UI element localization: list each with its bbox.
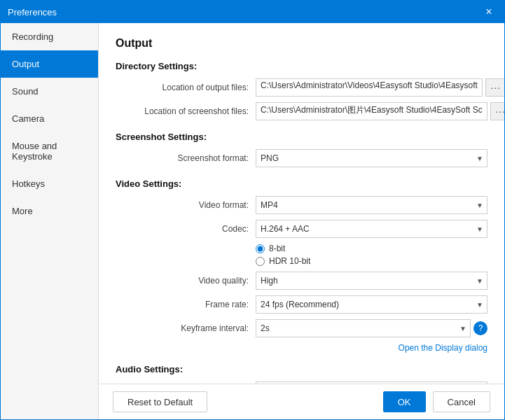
video-quality-wrapper: High Medium Low ▼ — [256, 272, 487, 290]
framerate-row: Frame rate: 24 fps (Recommend) 30 fps 60… — [116, 295, 487, 314]
keyframe-control: 2s 4s 6s ▼ ? — [256, 319, 487, 337]
video-format-row: Video format: MP4 MOV AVI MKV ▼ — [116, 196, 487, 214]
video-codec-label: Codec: — [116, 224, 256, 234]
audio-format-wrapper: MP3 AAC FLAC WAV ▼ — [256, 382, 487, 384]
footer-right: OK Cancel — [383, 391, 490, 412]
open-display-dialog-link[interactable]: Open the Display dialog — [399, 343, 487, 353]
video-format-select[interactable]: MP4 MOV AVI MKV — [256, 196, 487, 214]
sidebar-item-output[interactable]: Output — [1, 50, 98, 78]
video-format-wrapper: MP4 MOV AVI MKV ▼ — [256, 196, 487, 214]
bit-depth-radio-group: 8-bit HDR 10-bit — [256, 244, 310, 266]
output-files-control: C:\Users\Administrator\Videos\4Easysoft … — [256, 78, 504, 97]
main-area: Output Directory Settings: Location of o… — [99, 23, 504, 419]
screenshot-files-value: C:\Users\Administrator\图片\4Easysoft Stud… — [256, 102, 487, 120]
output-files-value: C:\Users\Administrator\Videos\4Easysoft … — [256, 78, 483, 97]
screenshot-files-control: C:\Users\Administrator\图片\4Easysoft Stud… — [256, 102, 504, 120]
bit-hdr-label: HDR 10-bit — [269, 256, 310, 266]
video-format-label: Video format: — [116, 200, 256, 210]
window-title: Preferences — [8, 7, 480, 18]
display-dialog-row: Open the Display dialog — [116, 343, 487, 353]
sidebar-item-recording[interactable]: Recording — [1, 23, 98, 50]
video-codec-control: H.264 + AAC H.265 + AAC ▼ — [256, 220, 487, 238]
output-files-row: Location of output files: C:\Users\Admin… — [116, 78, 487, 97]
keyframe-label: Keyframe interval: — [116, 323, 256, 333]
framerate-wrapper: 24 fps (Recommend) 30 fps 60 fps ▼ — [256, 295, 487, 314]
screenshot-format-label: Screenshot format: — [116, 153, 256, 163]
bit-hdr-option: HDR 10-bit — [256, 256, 310, 266]
keyframe-wrapper: 2s 4s 6s ▼ — [256, 319, 471, 337]
video-quality-row: Video quality: High Medium Low ▼ — [116, 272, 487, 290]
screenshot-format-wrapper: PNG JPG BMP GIF ▼ — [256, 149, 487, 167]
footer: Reset to Default OK Cancel — [99, 384, 504, 419]
sidebar: Recording Output Sound Camera Mouse and … — [1, 23, 99, 419]
video-quality-label: Video quality: — [116, 276, 256, 286]
bit-8-label: 8-bit — [269, 244, 285, 253]
video-codec-wrapper: H.264 + AAC H.265 + AAC ▼ — [256, 220, 487, 238]
close-button[interactable]: × — [480, 4, 497, 20]
video-codec-select[interactable]: H.264 + AAC H.265 + AAC — [256, 220, 487, 238]
keyframe-row: Keyframe interval: 2s 4s 6s ▼ ? — [116, 319, 487, 337]
directory-section-title: Directory Settings: — [116, 61, 487, 71]
reset-button[interactable]: Reset to Default — [113, 391, 207, 412]
output-files-dots-button[interactable]: ··· — [485, 78, 504, 97]
main-scroll-area: Output Directory Settings: Location of o… — [99, 23, 504, 384]
page-title: Output — [116, 37, 487, 50]
bit-hdr-radio[interactable] — [256, 257, 265, 266]
audio-format-control: MP3 AAC FLAC WAV ▼ — [256, 382, 487, 384]
content-area: Recording Output Sound Camera Mouse and … — [1, 23, 504, 419]
sidebar-item-sound[interactable]: Sound — [1, 78, 98, 105]
screenshot-section-title: Screenshot Settings: — [116, 132, 487, 142]
video-quality-control: High Medium Low ▼ — [256, 272, 487, 290]
screenshot-files-dots-button[interactable]: ··· — [490, 102, 504, 120]
video-codec-row: Codec: H.264 + AAC H.265 + AAC ▼ — [116, 220, 487, 238]
framerate-select[interactable]: 24 fps (Recommend) 30 fps 60 fps — [256, 295, 487, 314]
video-quality-select[interactable]: High Medium Low — [256, 272, 487, 290]
cancel-button[interactable]: Cancel — [433, 391, 490, 412]
video-section-title: Video Settings: — [116, 178, 487, 189]
screenshot-format-select[interactable]: PNG JPG BMP GIF — [256, 149, 487, 167]
screenshot-format-row: Screenshot format: PNG JPG BMP GIF ▼ — [116, 149, 487, 167]
audio-format-select[interactable]: MP3 AAC FLAC WAV — [256, 382, 487, 384]
video-format-control: MP4 MOV AVI MKV ▼ — [256, 196, 487, 214]
output-files-label: Location of output files: — [116, 83, 256, 92]
screenshot-files-label: Location of screenshot files: — [116, 106, 256, 116]
sidebar-item-camera[interactable]: Camera — [1, 105, 98, 132]
audio-section-title: Audio Settings: — [116, 364, 487, 374]
framerate-control: 24 fps (Recommend) 30 fps 60 fps ▼ — [256, 295, 487, 314]
sidebar-item-mouse-keystroke[interactable]: Mouse and Keystroke — [1, 132, 98, 170]
bit-depth-control: 8-bit HDR 10-bit — [256, 244, 487, 266]
bit-8-option: 8-bit — [256, 244, 310, 253]
sidebar-item-more[interactable]: More — [1, 197, 98, 225]
framerate-label: Frame rate: — [116, 300, 256, 309]
ok-button[interactable]: OK — [383, 391, 426, 412]
titlebar: Preferences × — [1, 1, 504, 23]
bit-8-radio[interactable] — [256, 244, 265, 253]
keyframe-help-button[interactable]: ? — [473, 321, 487, 335]
screenshot-files-row: Location of screenshot files: C:\Users\A… — [116, 102, 487, 120]
sidebar-item-hotkeys[interactable]: Hotkeys — [1, 170, 98, 197]
screenshot-format-control: PNG JPG BMP GIF ▼ — [256, 149, 487, 167]
keyframe-select[interactable]: 2s 4s 6s — [256, 319, 471, 337]
preferences-window: Preferences × Recording Output Sound Cam… — [0, 0, 505, 420]
bit-depth-row: 8-bit HDR 10-bit — [116, 244, 487, 266]
